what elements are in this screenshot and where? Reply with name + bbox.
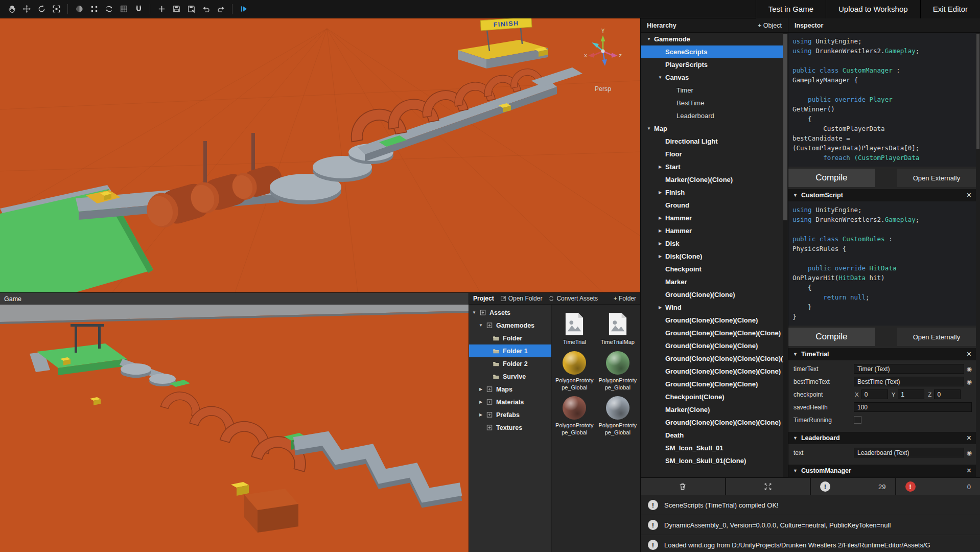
- hierarchy-item[interactable]: BestTime: [641, 97, 783, 109]
- hierarchy-item[interactable]: SM_Icon_Skull_01: [641, 442, 783, 454]
- hierarchy-item[interactable]: ▼Map: [641, 122, 783, 135]
- hierarchy-item[interactable]: SceneScripts: [641, 45, 783, 58]
- clear-console-button[interactable]: [641, 478, 725, 495]
- chevron-down-icon[interactable]: ▼: [793, 193, 798, 198]
- rotation-snap-icon[interactable]: [102, 3, 115, 16]
- asset-item[interactable]: TimeTrialMap: [596, 309, 640, 346]
- open-folder-button[interactable]: Open Folder: [500, 295, 543, 302]
- hierarchy-item[interactable]: Marker(Clone)(Clone): [641, 173, 783, 186]
- expander-arrow-icon[interactable]: ▼: [471, 310, 477, 315]
- open-externally-button[interactable]: Open Externally: [897, 169, 976, 187]
- hierarchy-item[interactable]: ▼Gamemode: [641, 33, 783, 45]
- hierarchy-item[interactable]: Ground(Clone)(Clone)(Clone)(Clone): [641, 416, 783, 429]
- expander-arrow-icon[interactable]: ▼: [478, 323, 484, 328]
- chevron-down-icon[interactable]: ▼: [793, 435, 798, 441]
- hierarchy-item[interactable]: Ground(Clone)(Clone)(Clone)(Clone)(C: [641, 352, 783, 365]
- hand-tool-icon[interactable]: [5, 3, 18, 16]
- test-in-game-button[interactable]: Test in Game: [756, 0, 826, 18]
- expander-arrow-icon[interactable]: ▶: [657, 165, 663, 169]
- vertex-snap-icon[interactable]: [87, 3, 101, 16]
- hierarchy-item[interactable]: Checkpoint(Clone): [641, 390, 783, 403]
- collapse-console-button[interactable]: [726, 478, 810, 495]
- compile-button[interactable]: Compile: [788, 328, 875, 346]
- snap-magnet-icon[interactable]: [132, 3, 145, 16]
- expander-arrow-icon[interactable]: ▼: [657, 75, 663, 80]
- hierarchy-item[interactable]: Ground(Clone)(Clone)(Clone): [641, 314, 783, 327]
- upload-to-workshop-button[interactable]: Upload to Workshop: [826, 0, 920, 18]
- project-tree-item[interactable]: ▶Materials: [469, 396, 551, 408]
- vector-input[interactable]: 0: [934, 389, 961, 399]
- hierarchy-item[interactable]: ▶Finish: [641, 186, 783, 199]
- scrollbar-thumb[interactable]: [976, 34, 979, 149]
- project-tree-item[interactable]: Survive: [469, 370, 551, 383]
- expander-arrow-icon[interactable]: ▶: [657, 305, 663, 310]
- convert-assets-button[interactable]: Convert Assets: [548, 295, 598, 302]
- component-header[interactable]: ▼TimeTrial×: [788, 348, 976, 360]
- hierarchy-item[interactable]: Timer: [641, 84, 783, 97]
- expander-arrow-icon[interactable]: ▶: [657, 241, 663, 246]
- hierarchy-item[interactable]: Ground(Clone)(Clone): [641, 288, 783, 301]
- component-header[interactable]: ▼Leaderboard×: [788, 432, 976, 444]
- console-log-row[interactable]: Loaded wind.ogg from D:/UnityProjects/Dr…: [641, 535, 980, 552]
- asset-item[interactable]: PolygonPrototype_Global: [596, 393, 640, 436]
- asset-item[interactable]: TimeTrial: [553, 309, 596, 346]
- hierarchy-item[interactable]: ▶Hammer: [641, 212, 783, 224]
- value-input[interactable]: 100: [854, 402, 972, 412]
- asset-item[interactable]: PolygonPrototype_Global: [553, 348, 596, 392]
- expander-arrow-icon[interactable]: ▶: [657, 190, 663, 195]
- expander-arrow-icon[interactable]: ▶: [657, 254, 663, 259]
- warning-filter-button[interactable]: 29: [811, 478, 895, 495]
- expander-arrow-icon[interactable]: ▶: [478, 412, 484, 417]
- chevron-down-icon[interactable]: ▼: [793, 468, 798, 473]
- console-log-row[interactable]: SceneScripts (TimeTrial) compiled OK!: [641, 495, 980, 515]
- game-tab[interactable]: Game: [0, 292, 469, 305]
- hierarchy-item[interactable]: Ground: [641, 199, 783, 212]
- vector-input[interactable]: 0: [861, 389, 888, 399]
- close-icon[interactable]: ×: [967, 350, 971, 358]
- scene-render[interactable]: FINISH: [0, 18, 640, 292]
- hierarchy-item[interactable]: ▶Start: [641, 160, 783, 173]
- add-object-button[interactable]: + Object: [758, 22, 782, 29]
- close-icon[interactable]: ×: [967, 191, 971, 199]
- project-tree-item[interactable]: Textures: [469, 421, 551, 434]
- project-tree-item[interactable]: Folder: [469, 332, 551, 344]
- hierarchy-item[interactable]: Marker(Clone): [641, 403, 783, 416]
- hierarchy-item[interactable]: Ground(Clone)(Clone)(Clone)(Clone): [641, 327, 783, 339]
- close-icon[interactable]: ×: [967, 434, 971, 442]
- hierarchy-item[interactable]: Ground(Clone)(Clone)(Clone): [641, 378, 783, 390]
- object-picker-icon[interactable]: ◉: [967, 449, 972, 456]
- add-folder-button[interactable]: + Folder: [614, 295, 636, 302]
- project-tree-item[interactable]: ▼Assets: [469, 306, 551, 319]
- rotate-tool-icon[interactable]: [35, 3, 48, 16]
- hierarchy-scrollbar[interactable]: [783, 33, 788, 477]
- scrollbar-thumb[interactable]: [783, 34, 787, 220]
- error-filter-button[interactable]: 0: [896, 478, 980, 495]
- object-picker-icon[interactable]: ◉: [967, 378, 972, 385]
- project-tree-item[interactable]: Folder 2: [469, 357, 551, 370]
- project-tree-item[interactable]: ▶Maps: [469, 383, 551, 396]
- object-field[interactable]: BestTime (Text): [854, 377, 964, 386]
- inspector-scrollbar[interactable]: [976, 33, 980, 477]
- hierarchy-item[interactable]: Ground(Clone)(Clone)(Clone)(Clone): [641, 365, 783, 378]
- object-picker-icon[interactable]: ◉: [967, 365, 972, 373]
- save-icon[interactable]: [170, 3, 183, 16]
- add-icon[interactable]: [155, 3, 168, 16]
- project-tree-item[interactable]: ▼Gamemodes: [469, 319, 551, 332]
- object-field[interactable]: Timer (Text): [854, 364, 964, 374]
- console-log-row[interactable]: DynamicAssembly_0, Version=0.0.0.0, Cult…: [641, 515, 980, 535]
- hierarchy-item[interactable]: ▶Hammer: [641, 224, 783, 237]
- expander-arrow-icon[interactable]: ▶: [657, 216, 663, 220]
- hierarchy-item[interactable]: ▶Wind: [641, 301, 783, 314]
- hierarchy-item[interactable]: ▼Canvas: [641, 71, 783, 84]
- component-header[interactable]: ▼CustomManager×: [788, 465, 976, 477]
- hierarchy-item[interactable]: Leaderboard: [641, 109, 783, 122]
- object-field[interactable]: Leaderboard (Text): [854, 448, 964, 457]
- project-tree-item[interactable]: Folder 1: [469, 344, 551, 357]
- asset-item[interactable]: PolygonPrototype_Global: [596, 348, 640, 392]
- move-tool-icon[interactable]: [20, 3, 33, 16]
- save-as-icon[interactable]: [184, 3, 198, 16]
- expander-arrow-icon[interactable]: ▶: [478, 387, 484, 392]
- close-icon[interactable]: ×: [967, 467, 971, 475]
- scene-view[interactable]: FINISH: [0, 18, 640, 292]
- component-header[interactable]: ▼CustomScript×: [788, 189, 976, 201]
